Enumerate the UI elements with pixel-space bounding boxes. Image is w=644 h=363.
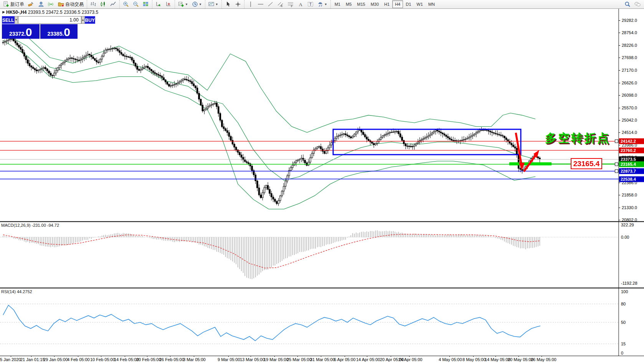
vertical-line-button[interactable] <box>246 0 256 8</box>
symbol-period-label: HK50-,H4 <box>6 10 26 15</box>
dropdown-caret-icon: ▼ <box>185 3 188 6</box>
signal-button[interactable] <box>46 0 56 8</box>
dropdown-caret-icon: ▼ <box>324 3 327 6</box>
line-chart-button[interactable] <box>108 0 118 8</box>
auto-scroll-button[interactable] <box>154 0 163 8</box>
price-tag-23165.4[interactable]: 23165.4 <box>619 162 644 167</box>
svg-text:T: T <box>309 2 312 7</box>
turning-point-annotation[interactable]: 多空转折点 <box>545 130 610 146</box>
price-tag-22873.7[interactable]: 22873.7 <box>619 168 644 174</box>
price-tag-23760.2[interactable]: 23760.2 <box>619 147 644 153</box>
chart-title: HK50-,H4 23393.5 23472.5 23336.5 23373.5 <box>6 10 98 15</box>
profiles-button[interactable] <box>36 0 46 8</box>
fibonacci-button[interactable]: F <box>286 0 296 8</box>
horizontal-line-button[interactable] <box>256 0 266 8</box>
price-axis-tick-label: 24514.0 <box>622 130 637 135</box>
level-label-box[interactable]: 23165.4 <box>571 158 602 169</box>
time-axis-tick <box>170 356 170 357</box>
autotrade-button[interactable]: 自动交易 <box>56 0 86 8</box>
chat-glyph <box>634 1 641 7</box>
channel-button[interactable]: E <box>276 0 286 8</box>
indicators-button[interactable]: ▼ <box>176 0 190 8</box>
search-icon[interactable] <box>623 0 632 8</box>
time-axis-tick <box>519 356 519 357</box>
templates-button[interactable]: ▼ <box>206 0 220 8</box>
price-axis-tick <box>619 95 620 96</box>
tile-windows-button[interactable] <box>141 0 151 8</box>
rsi-scale-label: 50 <box>621 320 626 325</box>
toolbar-group <box>221 0 244 8</box>
price-axis-tick <box>619 132 620 133</box>
price-tag-22538.4[interactable]: 22538.4 <box>619 176 644 182</box>
trendline-button[interactable] <box>266 0 276 8</box>
candles-glyph <box>100 1 106 7</box>
time-axis-tick <box>409 356 410 357</box>
time-axis-label: 13 Mar 05:00 <box>240 357 265 362</box>
sell-price-main: 23372 <box>9 30 24 38</box>
rsi-scale-label: 80 <box>621 302 626 306</box>
label-button[interactable]: T <box>305 0 315 8</box>
price-axis-tick <box>619 195 620 195</box>
volume-input[interactable] <box>18 16 81 24</box>
autoscroll-glyph <box>155 1 162 7</box>
price-axis-tick <box>619 145 620 145</box>
new-order-button[interactable]: 新订单 <box>1 0 26 8</box>
macd-label: MACD(12,26,9) -231.00 -94.72 <box>1 223 59 228</box>
chart-canvas[interactable] <box>0 0 644 363</box>
timeframe-m15-button[interactable]: M15 <box>354 0 368 8</box>
chat-icon[interactable] <box>632 0 642 8</box>
price-axis-tick-label: 26098.0 <box>622 93 637 97</box>
eraser-button[interactable] <box>26 0 36 8</box>
crosshair-button[interactable] <box>233 0 243 8</box>
time-axis-tick <box>391 356 391 357</box>
timeframe-h4-button[interactable]: H4 <box>392 0 403 8</box>
time-axis-label: 10 Feb 05:00 <box>90 357 115 362</box>
autotrade-button-label: 自动交易 <box>65 1 84 8</box>
text-button[interactable]: A <box>296 0 305 8</box>
volume-increase-button[interactable]: ▲ <box>81 16 85 24</box>
rsi-scale-label: 0 <box>621 351 623 355</box>
zoom-in-button[interactable] <box>121 0 131 8</box>
price-line-handle[interactable] <box>615 140 618 143</box>
time-axis-label: 19 Mar 05:00 <box>264 357 289 362</box>
price-axis-tick <box>619 108 620 108</box>
cursor-glyph <box>225 1 231 7</box>
trendline-glyph <box>268 1 274 7</box>
signal-glyph <box>48 1 54 7</box>
timeframe-m1-button[interactable]: M1 <box>332 0 343 8</box>
time-axis-tick <box>367 356 367 357</box>
timeframe-w1-button[interactable]: W1 <box>414 0 426 8</box>
macd-scale-label: 0.00 <box>621 235 629 239</box>
linechart-glyph <box>110 1 116 7</box>
cursor-button[interactable] <box>223 0 233 8</box>
candles <box>2 36 540 206</box>
zoom-out-button[interactable] <box>131 0 141 8</box>
volume-decrease-button[interactable]: ▼ <box>15 16 18 24</box>
time-axis-label: 14 May 05:00 <box>485 357 510 362</box>
buy-button[interactable]: BUY <box>85 16 95 24</box>
price-line-handle[interactable] <box>615 163 618 166</box>
price-line-handle[interactable] <box>615 169 618 173</box>
arrows-button[interactable]: ▼ <box>315 0 329 8</box>
price-axis-tick <box>619 208 620 208</box>
timeframe-m5-button[interactable]: M5 <box>343 0 354 8</box>
buy-price-display[interactable]: 23385.0 <box>40 24 78 39</box>
timeframe-mn-button[interactable]: MN <box>426 0 438 8</box>
timeframe-m30-button[interactable]: M30 <box>368 0 381 8</box>
time-axis-tick <box>147 356 147 357</box>
time-axis-tick <box>345 356 345 357</box>
time-axis-tick <box>449 356 450 357</box>
time-axis-tick <box>251 356 251 357</box>
timeframe-h1-button[interactable]: H1 <box>381 0 392 8</box>
candlestick-button[interactable] <box>98 0 108 8</box>
level-lines <box>0 141 619 179</box>
sell-price-display[interactable]: 23372.0 <box>2 24 40 39</box>
price-tag-24142.2[interactable]: 24142.2 <box>619 139 644 144</box>
sell-button[interactable]: SELL <box>2 16 15 24</box>
search-glyph <box>624 1 631 7</box>
rsi-label: RSI(14) 44.2752 <box>1 289 32 294</box>
bar-chart-button[interactable] <box>88 0 98 8</box>
chart-shift-button[interactable] <box>163 0 173 8</box>
periods-button[interactable]: ▼ <box>190 0 204 8</box>
timeframe-d1-button[interactable]: D1 <box>403 0 414 8</box>
